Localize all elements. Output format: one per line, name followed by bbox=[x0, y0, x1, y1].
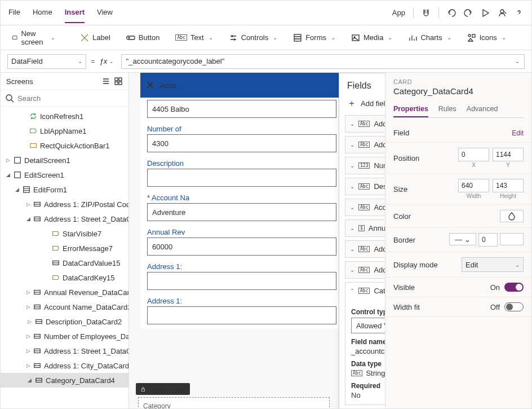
tree-node[interactable]: ▷Number of Employees_Data bbox=[1, 329, 128, 344]
tree-node[interactable]: IconRefresh1 bbox=[1, 109, 128, 124]
text-icon: Abc bbox=[175, 34, 187, 41]
tree-node[interactable]: ◢EditForm1 bbox=[1, 182, 128, 197]
fx-label[interactable]: ƒx⌄ bbox=[100, 57, 117, 65]
charts-button[interactable]: Charts⌄ bbox=[405, 30, 454, 45]
forms-icon bbox=[293, 33, 302, 42]
tree-node[interactable]: DataCardValue15 bbox=[1, 256, 128, 270]
field-item[interactable]: ⌄AbcAccount Name bbox=[345, 199, 385, 216]
field-item[interactable]: ⌄AbcAddress 1: Street 1 bbox=[345, 136, 385, 153]
text-button[interactable]: AbcText⌄ bbox=[172, 30, 216, 45]
tree-node[interactable]: ▷Address 1: Street 1_DataCar bbox=[1, 344, 128, 358]
color-picker[interactable] bbox=[500, 210, 524, 222]
svg-rect-8 bbox=[472, 34, 475, 37]
category-label: Category bbox=[143, 402, 325, 409]
charts-icon bbox=[408, 33, 417, 42]
category-datacard[interactable]: Category Preferred bbox=[138, 397, 330, 409]
tree-node[interactable]: ▷DetailScreen1 bbox=[1, 153, 128, 168]
visible-toggle[interactable] bbox=[504, 283, 524, 292]
tree-node[interactable]: ▷Address 1: ZIP/Postal Code_ bbox=[1, 197, 128, 212]
field-item[interactable]: ⌄AbcAddress 1: ZIP/Postal Code bbox=[345, 261, 385, 279]
position-y-input[interactable] bbox=[493, 148, 524, 161]
equals-label: = bbox=[91, 57, 95, 65]
search-box[interactable] bbox=[1, 90, 128, 107]
field-value-0[interactable] bbox=[147, 100, 336, 118]
prop-display-mode: Display mode Edit⌄ bbox=[385, 252, 531, 278]
prop-field: Field Edit bbox=[385, 124, 531, 143]
close-icon[interactable]: ✕ bbox=[146, 79, 154, 91]
tree-node[interactable]: ErrorMessage7 bbox=[1, 241, 128, 256]
edit-field-link[interactable]: Edit bbox=[512, 129, 524, 137]
field-item[interactable]: ⌄$Annual Revenue bbox=[345, 219, 385, 237]
border-width-input[interactable] bbox=[478, 233, 498, 247]
fields-title: Fields bbox=[347, 81, 371, 91]
left-panel: Screens IconRefresh1LblAppName1RectQuick… bbox=[1, 73, 129, 409]
field-item-category[interactable]: ⌃AbcCategory ⋯ Control type Allowed Valu… bbox=[345, 282, 385, 405]
forms-button[interactable]: Forms⌄ bbox=[290, 30, 339, 45]
left-header: Screens bbox=[1, 73, 128, 90]
search-input[interactable] bbox=[17, 94, 124, 103]
field-item[interactable]: ⌄AbcAddress 1: Street 2 bbox=[345, 240, 385, 258]
prop-position: Position X Y bbox=[385, 143, 531, 174]
control-type-select[interactable]: Allowed Values⌄ bbox=[351, 318, 385, 333]
share-icon[interactable] bbox=[498, 8, 507, 17]
tree-node[interactable]: LblAppName1 bbox=[1, 124, 128, 138]
tree-node[interactable]: ▷Description_DataCard2 bbox=[1, 314, 128, 329]
position-x-input[interactable] bbox=[458, 148, 489, 161]
help-icon[interactable] bbox=[515, 8, 524, 17]
tree-node[interactable]: ▷Annual Revenue_DataCard2 bbox=[1, 285, 128, 300]
field-item[interactable]: ⌄123Number of Employees bbox=[345, 157, 385, 174]
media-icon bbox=[351, 33, 360, 42]
size-w-input[interactable] bbox=[458, 179, 489, 192]
ribbon: New screen⌄ Label Button AbcText⌄ Contro… bbox=[1, 25, 531, 50]
display-mode-select[interactable]: Edit⌄ bbox=[462, 257, 524, 272]
label-button[interactable]: Label bbox=[77, 30, 114, 45]
icons-button[interactable]: Icons⌄ bbox=[464, 30, 509, 45]
app-checker-icon[interactable] bbox=[422, 8, 431, 17]
menu-home[interactable]: Home bbox=[33, 2, 52, 23]
tree-node[interactable]: ▷Account Name_DataCard2 bbox=[1, 300, 128, 314]
undo-icon[interactable] bbox=[447, 8, 456, 17]
tree-view: IconRefresh1LblAppName1RectQuickActionBa… bbox=[1, 107, 128, 409]
svg-rect-10 bbox=[119, 78, 122, 81]
controls-button[interactable]: Controls⌄ bbox=[225, 30, 281, 45]
size-h-input[interactable] bbox=[493, 179, 524, 192]
tree-node[interactable]: ◢Category_DataCard4 bbox=[1, 373, 128, 388]
property-selector[interactable]: DataField⌄ bbox=[7, 54, 86, 69]
tree-node[interactable]: DataCardKey15 bbox=[1, 270, 128, 285]
app-label[interactable]: App bbox=[392, 8, 405, 17]
tree-node[interactable]: ◢EditScreen1 bbox=[1, 168, 128, 182]
play-icon[interactable] bbox=[481, 8, 490, 17]
media-button[interactable]: Media⌄ bbox=[348, 30, 396, 45]
menu-file[interactable]: File bbox=[8, 2, 20, 23]
button-button[interactable]: Button bbox=[123, 30, 163, 45]
tree-view-icons[interactable] bbox=[101, 77, 123, 86]
field-item[interactable]: ⌄AbcDescription bbox=[345, 178, 385, 195]
border-color-picker[interactable] bbox=[500, 233, 524, 245]
tree-node[interactable]: RectQuickActionBar1 bbox=[1, 138, 128, 153]
add-field-button[interactable]: ＋Add field bbox=[347, 98, 385, 109]
menu: File Home Insert View bbox=[8, 2, 113, 23]
tab-advanced[interactable]: Advanced bbox=[467, 102, 498, 117]
top-right: App bbox=[392, 7, 524, 19]
form-title: Acco bbox=[160, 81, 176, 90]
redo-icon[interactable] bbox=[464, 8, 473, 17]
widthfit-toggle[interactable] bbox=[504, 302, 524, 311]
svg-point-7 bbox=[468, 34, 471, 37]
new-screen-button[interactable]: New screen⌄ bbox=[8, 27, 59, 49]
screen-icon bbox=[12, 33, 17, 42]
tree-node[interactable]: ◢Address 1: Street 2_DataCar bbox=[1, 212, 128, 226]
tab-properties[interactable]: Properties bbox=[393, 102, 428, 117]
prop-size: Size Width Height bbox=[385, 174, 531, 205]
menu-insert[interactable]: Insert bbox=[65, 2, 85, 23]
tree-node[interactable]: ▷Address 1: City_DataCard2 bbox=[1, 358, 128, 373]
tree-node[interactable]: StarVisible7 bbox=[1, 226, 128, 241]
border-style-select[interactable]: — ⌄ bbox=[449, 233, 476, 245]
tab-rules[interactable]: Rules bbox=[438, 102, 456, 117]
menu-view[interactable]: View bbox=[97, 2, 113, 23]
button-icon bbox=[126, 33, 135, 42]
top-menubar: File Home Insert View App bbox=[1, 1, 531, 25]
icons-icon bbox=[467, 33, 476, 42]
field-item[interactable]: ⌄AbcAddress 1: City bbox=[345, 115, 385, 133]
formula-input[interactable]: "_accountcategorycode_label"⌄ bbox=[121, 54, 525, 69]
svg-rect-16 bbox=[15, 172, 21, 178]
